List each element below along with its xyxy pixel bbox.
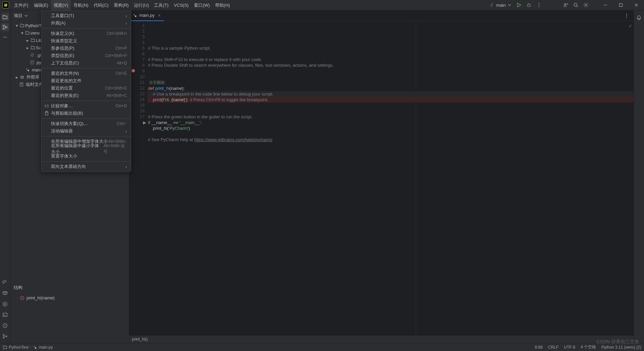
structure-tool-button[interactable] [1,23,9,31]
menu-item[interactable]: 上下文信息(C)Alt+Q [42,59,131,67]
services-button[interactable] [1,289,9,297]
menu-code[interactable]: 代码(C) [91,0,111,10]
python-console-button[interactable] [1,300,9,308]
svg-point-31 [626,13,627,14]
svg-point-4 [539,3,539,4]
menu-tools[interactable]: 工具(T) [151,0,171,10]
svg-rect-11 [3,25,4,26]
tree-venv[interactable]: venv [31,31,40,36]
svg-rect-10 [620,4,623,7]
menu-item[interactable]: 类型信息(E)Ctrl+Shift+P [42,52,131,59]
window-maximize[interactable] [613,0,629,10]
menu-nav[interactable]: 导航(N) [71,0,91,10]
debug-button[interactable] [525,1,533,9]
menu-window[interactable]: 窗口(W) [191,0,212,10]
svg-point-3 [528,4,530,7]
menu-item[interactable]: 与剪贴板比较(B) [42,110,131,117]
search-icon[interactable] [572,1,580,9]
svg-rect-13 [6,26,7,28]
notifications-icon[interactable] [635,14,643,22]
more-tool-button[interactable] [1,33,9,41]
menu-item[interactable]: 快速类型定义 [42,37,131,45]
svg-point-29 [134,14,135,15]
code-with-me-icon[interactable] [561,1,570,9]
menu-file[interactable]: 文件(F) [11,0,31,10]
run-config-selector[interactable]: main [487,3,514,8]
menu-edit[interactable]: 编辑(E) [31,0,51,10]
structure-panel: print_hi(name) [10,293,129,343]
svg-point-35 [35,347,36,349]
svg-point-15 [5,37,5,38]
menu-item[interactable]: 外观(A)› [42,19,131,27]
tree-lib[interactable]: Lib [36,38,42,43]
svg-rect-1 [4,4,6,4]
menu-item[interactable]: 最近更改的文件 [42,77,131,84]
menu-run[interactable]: 运行(U) [131,0,151,10]
tree-ext-libs[interactable]: 外部库 [27,74,40,80]
python-packages-button[interactable] [1,279,9,287]
close-icon[interactable]: × [158,13,161,18]
menu-item[interactable]: 快速定义(K)Ctrl+Shift+I [42,30,131,37]
editor-tab-main[interactable]: main.py × [129,10,164,21]
structure-panel-header: 结构 [10,283,129,293]
menu-item[interactable]: 活动编辑器› [42,127,131,135]
svg-point-5 [539,5,539,5]
right-tool-rail [634,10,644,343]
menu-refactor[interactable]: 重构(R) [111,0,131,10]
svg-point-14 [3,37,4,38]
svg-point-6 [539,6,539,7]
status-bar: PythonTest › main.py 8:68 CRLF UTF-8 4 个… [0,343,644,351]
svg-point-22 [6,336,7,337]
svg-point-34 [34,346,35,347]
menu-view[interactable]: 视图(V) [51,0,71,10]
menu-item[interactable]: 双向文本基础方向› [42,163,131,170]
problems-button[interactable] [1,321,9,330]
svg-point-16 [6,37,7,38]
svg-rect-12 [3,28,4,29]
left-tool-rail [0,10,10,343]
status-interp[interactable]: Python 3.11 (venv) (2) [601,345,641,350]
menu-item[interactable]: 比较对象…Ctrl+D [42,102,131,110]
view-menu-dropdown[interactable]: 工具窗口(T)›外观(A)›快速定义(K)Ctrl+Shift+I快速类型定义形… [41,10,131,172]
menu-item[interactable]: 快速切换方案(Q)…Ctrl+` [42,120,131,127]
settings-icon[interactable] [582,1,590,9]
svg-point-33 [626,17,627,17]
editor-tabs: main.py × [129,10,634,21]
svg-point-2 [492,6,492,7]
status-sep[interactable]: CRLF [548,345,558,350]
project-tool-button[interactable] [1,13,9,21]
menu-item[interactable]: 最近的文件(N)Ctrl+E [42,70,131,77]
status-indent[interactable]: 4 个空格 [581,344,596,350]
breadcrumb[interactable]: PythonTest › main.py [3,345,53,350]
check-ok-icon: ✓ [629,23,632,29]
menu-item[interactable]: 在所有编辑器中减小字体大小Alt+Shift+逗号 [42,145,131,153]
svg-point-26 [28,70,29,71]
run-button[interactable] [514,1,523,9]
more-button[interactable] [535,1,543,9]
menu-item[interactable]: 最近的更改(E)Alt+Shift+C [42,92,131,99]
tab-more-icon[interactable] [622,11,631,20]
menu-vcs[interactable]: VCS(S) [171,0,191,10]
menubar: 文件(F) 编辑(E) 视图(V) 导航(N) 代码(C) 重构(R) 运行(U… [11,0,233,10]
window-close[interactable] [629,0,644,10]
structure-item[interactable]: print_hi(name) [14,294,126,302]
status-pos[interactable]: 8:68 [535,345,543,350]
terminal-button[interactable] [1,311,9,319]
code-editor[interactable]: 1234567891011121314151617 ✓ # This is a … [129,21,634,336]
run-config-name: main [496,3,506,8]
vcs-button[interactable] [1,332,9,340]
status-enc[interactable]: UTF-8 [564,345,575,350]
menu-item[interactable]: 形参信息(P)Ctrl+P [42,45,131,52]
project-panel-title: 项目 [14,13,22,19]
menu-help[interactable]: 帮助(H) [212,0,233,10]
svg-point-30 [135,15,136,17]
window-minimize[interactable] [598,0,613,10]
editor-crumb: print_hi() [129,336,634,343]
svg-point-8 [574,3,577,6]
titlebar: 文件(F) 编辑(E) 视图(V) 导航(N) 代码(C) 重构(R) 运行(U… [0,0,644,10]
menu-item[interactable]: 最近的位置Ctrl+Shift+E [42,84,131,92]
svg-point-20 [3,334,4,336]
editor-area: main.py × 1234567891011121314151617 ✓ # … [129,10,634,343]
menu-item[interactable]: 重置字体大小 [42,153,131,160]
menu-item[interactable]: 工具窗口(T)› [42,12,131,19]
